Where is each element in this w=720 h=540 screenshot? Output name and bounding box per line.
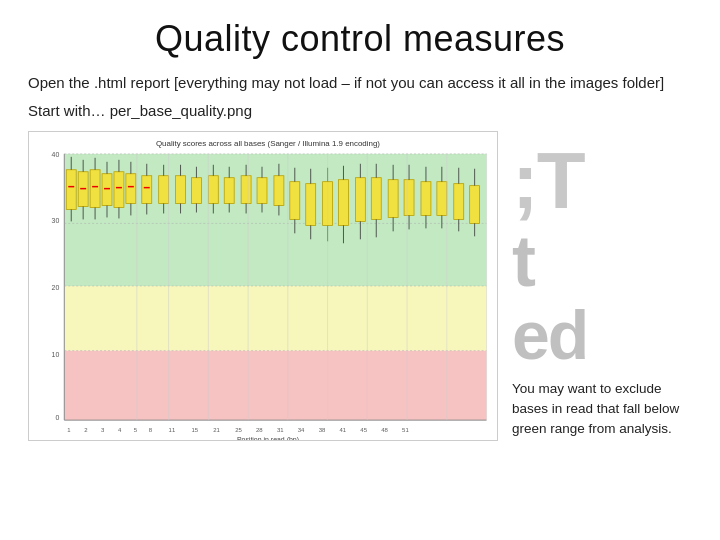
svg-rect-0 (64, 350, 486, 420)
svg-rect-1 (64, 286, 486, 351)
svg-rect-34 (66, 170, 76, 210)
svg-rect-104 (388, 179, 398, 217)
svg-rect-62 (159, 175, 169, 203)
svg-text:28: 28 (256, 427, 263, 433)
svg-rect-50 (114, 171, 124, 207)
svg-text:Position in read (bp): Position in read (bp) (237, 436, 299, 440)
svg-text:0: 0 (55, 414, 59, 421)
svg-rect-86 (290, 181, 300, 219)
page: Quality control measures Open the .html … (0, 0, 720, 540)
side-content: ;T t ed You may want to exclude bases in… (512, 131, 692, 440)
svg-text:11: 11 (169, 427, 176, 433)
svg-rect-83 (274, 175, 284, 205)
decorative-letters-3: ed (512, 301, 692, 369)
svg-text:Quality scores across all base: Quality scores across all bases (Sanger … (156, 139, 380, 148)
svg-text:34: 34 (298, 427, 305, 433)
svg-text:25: 25 (235, 427, 242, 433)
svg-rect-119 (470, 185, 480, 223)
svg-text:21: 21 (213, 427, 220, 433)
svg-rect-68 (191, 177, 201, 203)
start-with-text: Start with… per_base_quality.png (28, 102, 692, 119)
svg-text:48: 48 (381, 427, 388, 433)
svg-rect-74 (224, 177, 234, 203)
svg-rect-95 (339, 179, 349, 225)
svg-rect-58 (142, 175, 152, 203)
svg-text:2: 2 (84, 427, 88, 433)
svg-text:20: 20 (52, 284, 60, 291)
svg-text:4: 4 (118, 427, 122, 433)
svg-text:10: 10 (52, 350, 60, 357)
svg-text:31: 31 (277, 427, 284, 433)
svg-rect-98 (355, 177, 365, 221)
svg-rect-107 (404, 179, 414, 215)
svg-rect-113 (437, 181, 447, 215)
svg-rect-101 (371, 177, 381, 219)
svg-rect-54 (126, 173, 136, 203)
svg-text:41: 41 (340, 427, 347, 433)
svg-text:5: 5 (134, 427, 138, 433)
svg-text:3: 3 (101, 427, 105, 433)
svg-text:30: 30 (52, 217, 60, 224)
svg-text:15: 15 (191, 427, 198, 433)
svg-rect-65 (176, 175, 186, 203)
main-area: Quality scores across all bases (Sanger … (28, 131, 692, 522)
svg-text:45: 45 (360, 427, 367, 433)
decorative-letters: ;T (512, 141, 692, 221)
note-text: You may want to exclude bases in read th… (512, 379, 692, 440)
svg-text:8: 8 (149, 427, 153, 433)
svg-rect-110 (421, 181, 431, 215)
svg-rect-46 (102, 173, 112, 205)
svg-rect-42 (90, 170, 100, 208)
svg-rect-77 (241, 175, 251, 203)
svg-rect-80 (257, 177, 267, 203)
svg-rect-71 (208, 175, 218, 203)
page-title: Quality control measures (28, 18, 692, 60)
quality-chart: Quality scores across all bases (Sanger … (28, 131, 498, 441)
svg-text:51: 51 (402, 427, 409, 433)
svg-text:40: 40 (52, 151, 60, 158)
svg-text:38: 38 (319, 427, 326, 433)
svg-text:1: 1 (67, 427, 71, 433)
svg-rect-89 (306, 183, 316, 225)
decorative-letters-2: t (512, 225, 692, 297)
subtitle-text: Open the .html report [everything may no… (28, 72, 692, 94)
svg-rect-116 (454, 183, 464, 219)
